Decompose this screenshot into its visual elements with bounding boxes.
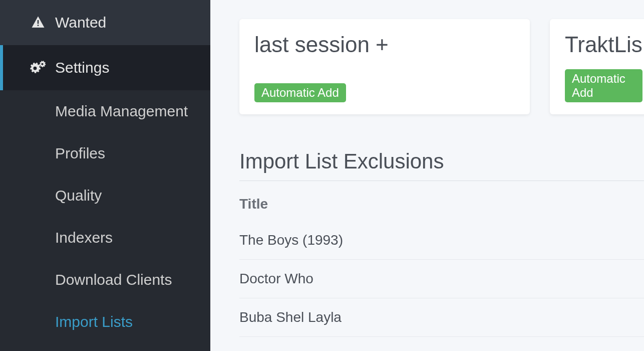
- automatic-add-badge: Automatic Add: [565, 69, 642, 102]
- svg-point-3: [34, 67, 37, 70]
- sidebar-item-settings[interactable]: Settings: [0, 45, 210, 90]
- sidebar-subitem-profiles[interactable]: Profiles: [0, 132, 210, 174]
- exclusion-title: The Boys (1993): [239, 232, 343, 248]
- sidebar-subitem-label: Profiles: [55, 145, 105, 161]
- sidebar-subitem-quality[interactable]: Quality: [0, 174, 210, 217]
- import-list-cards: last session + Automatic Add TraktLis Au…: [239, 19, 644, 114]
- sidebar-subitem-label: Import Lists: [55, 313, 133, 330]
- sidebar-subitem-label: Indexers: [55, 229, 113, 246]
- table-header-title: Title: [239, 181, 644, 221]
- table-row[interactable]: Buba Shel Layla: [239, 298, 644, 337]
- sidebar-item-label: Settings: [55, 59, 109, 76]
- sidebar-subitem-indexers[interactable]: Indexers: [0, 217, 210, 259]
- sidebar-subitem-import-lists[interactable]: Import Lists: [0, 301, 210, 343]
- exclusion-title: Doctor Who: [239, 271, 313, 286]
- automatic-add-badge: Automatic Add: [254, 83, 346, 102]
- warning-icon: [28, 15, 48, 30]
- section-title-exclusions: Import List Exclusions: [239, 149, 644, 181]
- sidebar-subitem-label: Quality: [55, 187, 102, 204]
- svg-rect-0: [38, 20, 39, 24]
- main-content: last session + Automatic Add TraktLis Au…: [210, 0, 644, 351]
- sidebar-subitem-label: Download Clients: [55, 271, 172, 288]
- exclusion-title: Buba Shel Layla: [239, 309, 342, 325]
- sidebar-subitem-download-clients[interactable]: Download Clients: [0, 259, 210, 301]
- gears-icon: [28, 60, 48, 75]
- import-list-card[interactable]: TraktLis Automatic Add: [550, 19, 644, 114]
- card-title: last session +: [254, 32, 515, 57]
- sidebar-item-wanted[interactable]: Wanted: [0, 0, 210, 45]
- table-row[interactable]: The Boys (1993): [239, 221, 644, 260]
- svg-point-5: [41, 63, 43, 65]
- table-row[interactable]: Doctor Who: [239, 260, 644, 298]
- card-title: TraktLis: [565, 32, 642, 57]
- sidebar-item-label: Wanted: [55, 14, 106, 31]
- svg-rect-1: [38, 25, 39, 26]
- sidebar-subitem-label: Media Management: [55, 103, 188, 119]
- import-list-card[interactable]: last session + Automatic Add: [239, 19, 530, 114]
- sidebar-subitem-media-management[interactable]: Media Management: [0, 90, 210, 132]
- sidebar: Wanted Settings Media Management Profile…: [0, 0, 210, 351]
